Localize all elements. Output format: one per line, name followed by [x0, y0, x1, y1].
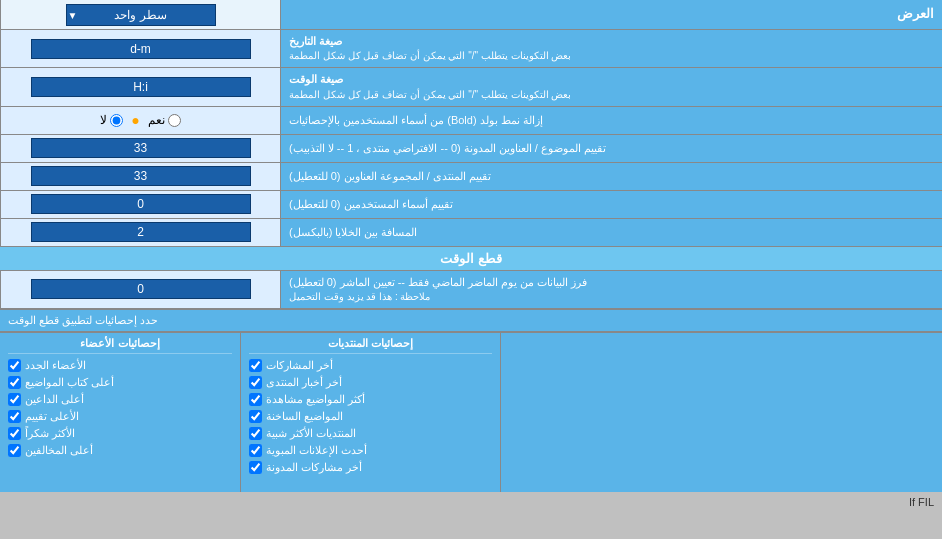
- user-names-input[interactable]: [31, 194, 251, 214]
- list-item: الأعضاء الجدد: [8, 357, 232, 374]
- checkbox-member-6[interactable]: [8, 444, 21, 457]
- forum-order-label: تقييم المنتدى / المجموعة العناوين (0 للت…: [289, 169, 491, 184]
- list-item: أعلى المخالفين: [8, 442, 232, 459]
- list-item: أخر أخبار المنتدى: [249, 374, 492, 391]
- checkbox-member-2[interactable]: [8, 376, 21, 389]
- list-item: المواضيع الساخنة: [249, 408, 492, 425]
- checkbox-forum-3[interactable]: [249, 393, 262, 406]
- time-format-sublabel: بعض التكوينات يتطلب "/" التي يمكن أن تضا…: [289, 88, 571, 102]
- radio-no-text: لا: [100, 113, 107, 127]
- checkbox-forum-2[interactable]: [249, 376, 262, 389]
- time-format-label: صيغة الوقت: [289, 72, 343, 87]
- checkbox-forum-6[interactable]: [249, 444, 262, 457]
- checkbox-member-3[interactable]: [8, 393, 21, 406]
- radio-yes-text: نعم: [148, 113, 165, 127]
- list-item: أخر المشاركات: [249, 357, 492, 374]
- time-cut-note: ملاحظة : هذا قد يزيد وقت التحميل: [289, 290, 430, 304]
- list-item: الأكثر شكراً: [8, 425, 232, 442]
- display-dropdown[interactable]: سطر واحد: [66, 4, 216, 26]
- page-title: العرض: [897, 5, 934, 23]
- bold-names-label: إزالة نمط بولد (Bold) من أسماء المستخدمي…: [289, 113, 543, 128]
- list-item: أخر مشاركات المدونة: [249, 459, 492, 476]
- list-item: أكثر المواضيع مشاهدة: [249, 391, 492, 408]
- col1-header: إحصائيات المنتديات: [249, 337, 492, 354]
- radio-yes[interactable]: [168, 114, 181, 127]
- forum-order-input[interactable]: [31, 166, 251, 186]
- topic-order-label: تقييم الموضوع / العناوين المدونة (0 -- ا…: [289, 141, 606, 156]
- checkbox-forum-1[interactable]: [249, 359, 262, 372]
- list-item: الأعلى تقييم: [8, 408, 232, 425]
- checkbox-forum-4[interactable]: [249, 410, 262, 423]
- radio-indicator: ●: [131, 112, 139, 128]
- radio-no[interactable]: [110, 114, 123, 127]
- footer-text: If FIL: [0, 492, 942, 512]
- bold-names-radio-group: نعم ● لا: [100, 112, 180, 128]
- time-cut-input[interactable]: [31, 279, 251, 299]
- time-cut-row-label: فرز البيانات من يوم الماضر الماضي فقط --…: [289, 275, 587, 290]
- radio-yes-label[interactable]: نعم: [148, 113, 181, 127]
- col2-header: إحصائيات الأعضاء: [8, 337, 232, 354]
- checkbox-forum-7[interactable]: [249, 461, 262, 474]
- date-format-input[interactable]: [31, 39, 251, 59]
- list-item: أعلى الداعين: [8, 391, 232, 408]
- checkbox-member-5[interactable]: [8, 427, 21, 440]
- radio-no-label[interactable]: لا: [100, 113, 123, 127]
- cell-spacing-input[interactable]: [31, 222, 251, 242]
- checkbox-member-1[interactable]: [8, 359, 21, 372]
- time-format-input[interactable]: [31, 77, 251, 97]
- list-item: المنتديات الأكثر شبية: [249, 425, 492, 442]
- date-format-label: صيغة التاريخ: [289, 34, 342, 49]
- cell-spacing-label: المسافة بين الخلايا (بالبكسل): [289, 225, 418, 240]
- checkbox-forum-5[interactable]: [249, 427, 262, 440]
- date-format-sublabel: بعض التكوينات يتطلب "/" التي يمكن أن تضا…: [289, 49, 571, 63]
- limit-label: حدد إحصائيات لتطبيق قطع الوقت: [8, 314, 158, 327]
- checkbox-member-4[interactable]: [8, 410, 21, 423]
- time-cut-title: قطع الوقت: [440, 251, 502, 266]
- topic-order-input[interactable]: [31, 138, 251, 158]
- list-item: أعلى كتاب المواضيع: [8, 374, 232, 391]
- list-item: أحدث الإعلانات المبوية: [249, 442, 492, 459]
- user-names-label: تقييم أسماء المستخدمين (0 للتعطيل): [289, 197, 453, 212]
